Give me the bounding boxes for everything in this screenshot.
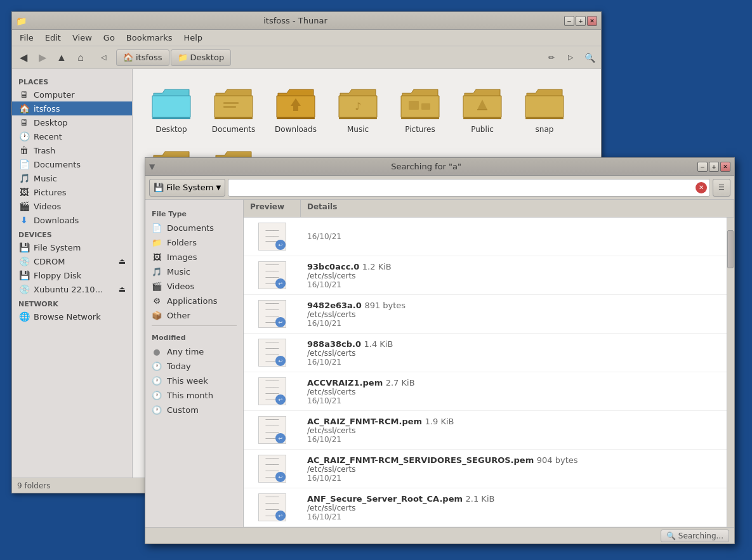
filter-this-week[interactable]: 🕐 This week (145, 374, 243, 388)
breadcrumb-itsfoss[interactable]: 🏠 itsfoss (116, 49, 169, 66)
search-clear-button[interactable]: ✕ (696, 182, 707, 193)
filter-videos[interactable]: 🎬 Videos (145, 279, 243, 294)
svg-rect-9 (409, 101, 419, 110)
cert-thumb-1: ──────────────────── ↩ (258, 261, 286, 289)
result-details-3: 988a38cb.0 1.4 KiB /etc/ssl/certs 16/10/… (301, 337, 727, 369)
svg-rect-1 (214, 117, 253, 119)
filesystem-dropdown-icon: 💾 (154, 183, 164, 192)
menu-file[interactable]: File (15, 32, 39, 44)
filter-folders[interactable]: 📁 Folders (145, 235, 243, 250)
edit-path-button[interactable]: ✏ (543, 49, 560, 67)
filter-this-month[interactable]: 🕐 This month (145, 388, 243, 403)
week-icon: 🕐 (152, 376, 162, 386)
nav-next-button[interactable]: ▷ (562, 49, 579, 67)
file-item-public[interactable]: Public (454, 79, 511, 136)
sidebar-item-recent[interactable]: 🕐 Recent (12, 129, 132, 143)
result-preview-7: ──────────────────── ↩ (244, 491, 301, 524)
sidebar-item-computer[interactable]: 🖥 Computer (12, 88, 132, 101)
sidebar-item-xubuntu[interactable]: 💿 Xubuntu 22.10 am... ⏏ (12, 282, 132, 296)
month-icon: 🕐 (152, 391, 162, 400)
result-item-2[interactable]: ──────────────────── ↩ 9482e63a.0 891 by… (244, 295, 727, 334)
nav-prev-button[interactable]: ◁ (95, 49, 112, 67)
sidebar-item-cdrom[interactable]: 💿 CDROM ⏏ (12, 254, 132, 268)
cdrom-icon: 💿 (18, 256, 30, 266)
filter-other[interactable]: 📦 Other (145, 308, 243, 323)
sidebar-item-itsfoss[interactable]: 🏠 itsfoss (12, 101, 132, 115)
result-item-7[interactable]: ──────────────────── ↩ ANF_Secure_Server… (244, 488, 727, 527)
result-item-6[interactable]: ──────────────────── ↩ AC_RAIZ_FNMT-RCM_… (244, 450, 727, 488)
sidebar-item-downloads[interactable]: ⬇ Downloads (12, 213, 132, 227)
sidebar-item-documents[interactable]: 📄 Documents (12, 157, 132, 171)
results-list: ─────────────── ↩ 16/10/21 ─────────────… (244, 218, 727, 527)
sidebar-item-pictures[interactable]: 🖼 Pictures (12, 185, 132, 199)
filter-documents[interactable]: 📄 Documents (145, 221, 243, 235)
sidebar-item-trash[interactable]: 🗑 Trash (12, 143, 132, 157)
filter-videos-icon: 🎬 (152, 282, 162, 291)
result-item-5[interactable]: ──────────────────── ↩ AC_RAIZ_FNMT-RCM.… (244, 411, 727, 450)
file-item-documents[interactable]: Documents (205, 79, 262, 136)
sidebar-item-music[interactable]: 🎵 Music (12, 171, 132, 185)
search-menu-button[interactable]: ☰ (713, 179, 730, 197)
dropdown-arrow-icon: ▼ (216, 184, 221, 191)
search-minimize-button[interactable]: − (697, 162, 708, 172)
location-dropdown[interactable]: 💾 File System ▼ (149, 179, 225, 197)
back-button[interactable]: ◀ (15, 49, 32, 67)
forward-button[interactable]: ▶ (34, 49, 51, 67)
sidebar-item-videos[interactable]: 🎬 Videos (12, 199, 132, 213)
search-close-button[interactable]: ✕ (720, 162, 730, 172)
file-item-downloads[interactable]: Downloads (267, 79, 324, 136)
documents-folder-icon (213, 82, 254, 122)
home-button[interactable]: ⌂ (72, 49, 89, 67)
sidebar-item-floppy[interactable]: 💾 Floppy Disk (12, 268, 132, 282)
file-item-snap[interactable]: snap (516, 79, 573, 136)
menu-edit[interactable]: Edit (40, 32, 66, 44)
main-close-button[interactable]: ✕ (587, 16, 597, 26)
cert-badge: ↩ (275, 240, 286, 250)
search-maximize-button[interactable]: + (709, 162, 719, 172)
file-item-music[interactable]: ♪ Music (329, 79, 386, 136)
main-minimize-button[interactable]: − (564, 16, 574, 26)
menu-bookmarks[interactable]: Bookmarks (121, 32, 178, 44)
filter-divider (152, 325, 237, 326)
menu-help[interactable]: Help (178, 32, 208, 44)
search-button[interactable]: 🔍 (581, 49, 598, 67)
file-item-pictures[interactable]: Pictures (392, 79, 449, 136)
scrollbar-track[interactable] (727, 218, 734, 527)
sidebar-item-desktop[interactable]: 🖥 Desktop (12, 115, 132, 129)
main-window-controls: − + ✕ (564, 16, 597, 26)
downloads-label: Downloads (275, 125, 317, 134)
menu-view[interactable]: View (67, 32, 97, 44)
desktop-folder-icon (151, 82, 192, 122)
filter-custom[interactable]: 🕐 Custom (145, 403, 243, 417)
thunar-app-icon: 📁 (16, 16, 27, 26)
xubuntu-eject-icon[interactable]: ⏏ (119, 285, 126, 294)
main-maximize-button[interactable]: + (576, 16, 586, 26)
search-title: Searching for "a" (391, 162, 461, 171)
result-name-5: AC_RAIZ_FNMT-RCM.pem 1.9 KiB (307, 417, 720, 426)
result-details-partial: 16/10/21 (301, 230, 727, 244)
today-icon: 🕐 (152, 361, 162, 371)
filter-applications[interactable]: ⚙ Applications (145, 294, 243, 308)
search-input[interactable] (231, 183, 696, 192)
sidebar-item-filesystem[interactable]: 💾 File System (12, 240, 132, 254)
svg-rect-0 (152, 117, 190, 119)
filter-images-icon: 🖼 (152, 252, 162, 262)
filter-anytime[interactable]: ● Any time (145, 344, 243, 359)
filter-today[interactable]: 🕐 Today (145, 359, 243, 374)
result-item-4[interactable]: ──────────────────── ↩ ACCVRAIZ1.pem 2.7… (244, 372, 727, 411)
result-item-3[interactable]: ──────────────────── ↩ 988a38cb.0 1.4 Ki… (244, 334, 727, 372)
scrollbar-thumb[interactable] (727, 230, 734, 268)
filter-music[interactable]: 🎵 Music (145, 264, 243, 279)
filter-folders-icon: 📁 (152, 238, 162, 247)
menu-go[interactable]: Go (98, 32, 120, 44)
cdrom-eject-icon[interactable]: ⏏ (119, 257, 126, 266)
file-item-desktop[interactable]: Desktop (143, 79, 200, 136)
result-item-partial[interactable]: ─────────────── ↩ 16/10/21 (244, 218, 727, 256)
sidebar-item-browse-network[interactable]: 🌐 Browse Network (12, 309, 132, 323)
result-preview-6: ──────────────────── ↩ (244, 452, 301, 485)
preview-column-header: Preview (244, 200, 301, 217)
result-item-1[interactable]: ──────────────────── ↩ 93bc0acc.0 1.2 Ki… (244, 256, 727, 295)
filter-images[interactable]: 🖼 Images (145, 250, 243, 264)
up-button[interactable]: ▲ (53, 49, 70, 67)
breadcrumb-desktop[interactable]: 📁 Desktop (171, 49, 232, 66)
